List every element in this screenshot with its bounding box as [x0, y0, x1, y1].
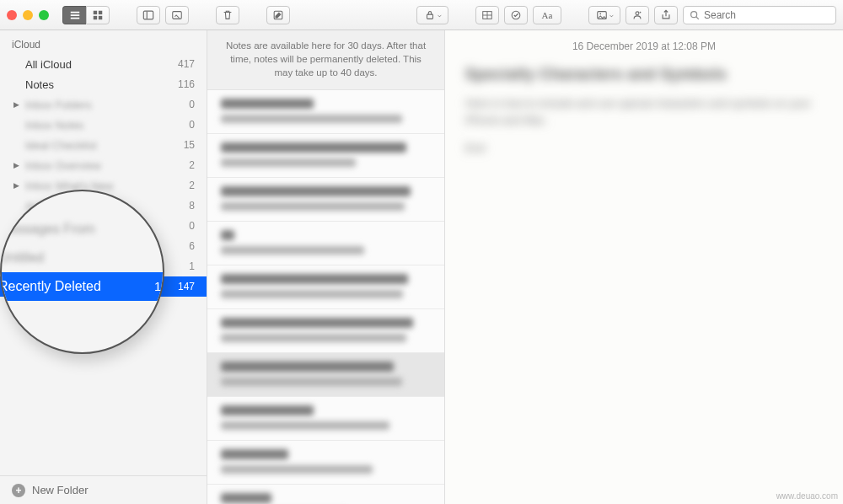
media-button[interactable]: ⌵	[588, 6, 620, 24]
attachments-button[interactable]	[165, 6, 189, 24]
note-title: Specially Characters and Symbols	[465, 66, 823, 83]
sidebar-item[interactable]: Inbox Notes0	[0, 115, 207, 135]
sidebar-item[interactable]: All iCloud417	[0, 54, 207, 74]
minimize-window-icon[interactable]	[23, 10, 33, 20]
deleted-info-banner: Notes are available here for 30 days. Af…	[207, 30, 444, 90]
folder-count: 6	[189, 240, 195, 252]
folder-label: Inbox Overview	[25, 159, 101, 172]
sidebar-item[interactable]: Notes116	[0, 74, 207, 94]
lock-button[interactable]: ⌵	[416, 6, 448, 24]
note-preview-blurred	[221, 246, 364, 255]
note-list-row[interactable]	[207, 265, 444, 309]
note-body-line: End	[465, 140, 823, 157]
note-list-row[interactable]	[207, 178, 444, 222]
new-folder-button[interactable]: + New Folder	[0, 475, 207, 504]
search-icon	[689, 9, 701, 21]
table-button[interactable]	[475, 6, 499, 24]
note-list-row[interactable]	[207, 441, 444, 485]
folder-label: Recently Deleted	[0, 279, 101, 294]
disclosure-triangle-icon[interactable]: ▶	[13, 181, 19, 190]
note-list-row[interactable]	[207, 309, 444, 353]
note-title-blurred	[221, 318, 413, 328]
format-button[interactable]: Aa	[533, 6, 561, 24]
note-title-blurred	[221, 274, 408, 284]
collaborate-button[interactable]	[626, 6, 649, 24]
search-field[interactable]	[683, 6, 836, 24]
note-list-row[interactable]	[207, 397, 444, 441]
note-preview-blurred	[221, 334, 406, 342]
sidebar-item-recently-deleted[interactable]: Recently Deleted147	[0, 272, 164, 301]
zoom-window-icon[interactable]	[39, 10, 49, 20]
folder-label: All iCloud	[25, 58, 72, 71]
note-list-row[interactable]	[207, 134, 444, 178]
sidebar-item[interactable]: ▶Inbox Overview2	[0, 155, 207, 175]
sidebar-toggle-button[interactable]	[137, 6, 160, 24]
sidebar-item[interactable]: Messages From6	[0, 215, 164, 244]
svg-rect-6	[173, 11, 182, 19]
new-note-button[interactable]	[266, 6, 290, 24]
note-preview-blurred	[221, 115, 402, 123]
svg-point-16	[640, 11, 642, 13]
note-list-row[interactable]	[207, 222, 444, 265]
list-view-button[interactable]	[62, 6, 86, 24]
note-preview-blurred	[221, 290, 403, 298]
note-date: 16 December 2019 at 12:08 PM	[445, 40, 843, 66]
sidebar-item[interactable]: ▶Inbox Folders0	[0, 94, 207, 115]
folder-count: 15	[184, 139, 195, 151]
folder-label: Ideal Checklist	[25, 139, 97, 152]
window-traffic-lights[interactable]	[7, 10, 49, 20]
watermark: www.deuao.com	[776, 491, 838, 501]
folder-count: 1	[189, 260, 195, 272]
folder-count: 2	[189, 159, 195, 171]
note-view: 16 December 2019 at 12:08 PM Specially C…	[445, 30, 843, 504]
trash-button[interactable]	[216, 6, 239, 24]
note-title-blurred	[221, 230, 234, 240]
note-list-row[interactable]	[207, 90, 444, 134]
folder-count: 8	[189, 200, 195, 212]
svg-line-18	[696, 16, 699, 19]
share-button[interactable]	[654, 6, 678, 24]
gallery-view-button[interactable]	[86, 6, 110, 24]
note-list-row[interactable]	[207, 485, 444, 504]
checklist-button[interactable]	[504, 6, 528, 24]
folder-count: 417	[178, 58, 195, 70]
sidebar-section-header: iCloud	[0, 35, 207, 54]
note-preview-blurred	[221, 158, 356, 167]
note-title-blurred	[221, 405, 314, 416]
svg-rect-2	[94, 15, 97, 19]
folder-count: 0	[189, 99, 195, 110]
folder-label: Inbox Notes	[25, 119, 83, 131]
sidebar-item	[0, 301, 164, 330]
toolbar: ⌵ Aa ⌵	[0, 0, 843, 30]
folder-count: 147	[178, 281, 195, 292]
new-folder-label: New Folder	[32, 484, 88, 496]
annotation-magnifier: Messages From6 Untitled1 Recently Delete…	[0, 190, 164, 354]
note-title-blurred	[221, 362, 394, 372]
folder-count: 116	[178, 78, 195, 90]
note-list-row[interactable]	[207, 353, 444, 397]
svg-rect-0	[94, 10, 97, 13]
note-title-blurred	[221, 186, 411, 196]
svg-point-15	[636, 11, 639, 14]
disclosure-triangle-icon[interactable]: ▶	[13, 100, 19, 109]
svg-point-14	[599, 13, 601, 14]
sidebar-item[interactable]: Untitled1	[0, 244, 164, 272]
note-title-blurred	[221, 493, 271, 503]
note-preview-blurred	[221, 465, 373, 474]
close-window-icon[interactable]	[7, 10, 17, 20]
svg-rect-3	[99, 15, 102, 19]
svg-point-17	[691, 11, 697, 17]
search-input[interactable]	[704, 9, 830, 21]
folder-label: Notes	[25, 78, 54, 91]
folder-label: Inbox Folders	[25, 99, 92, 111]
plus-icon: +	[12, 484, 25, 497]
note-preview-blurred	[221, 202, 405, 211]
svg-rect-4	[143, 11, 153, 19]
disclosure-triangle-icon[interactable]: ▶	[13, 161, 19, 169]
note-content-blurred: Specially Characters and Symbols Here is…	[445, 66, 843, 157]
view-toggle-group[interactable]	[62, 6, 110, 24]
sidebar-item[interactable]: Ideal Checklist15	[0, 135, 207, 155]
note-title-blurred	[221, 99, 314, 109]
svg-rect-8	[427, 14, 432, 19]
folder-count: 0	[189, 119, 195, 131]
